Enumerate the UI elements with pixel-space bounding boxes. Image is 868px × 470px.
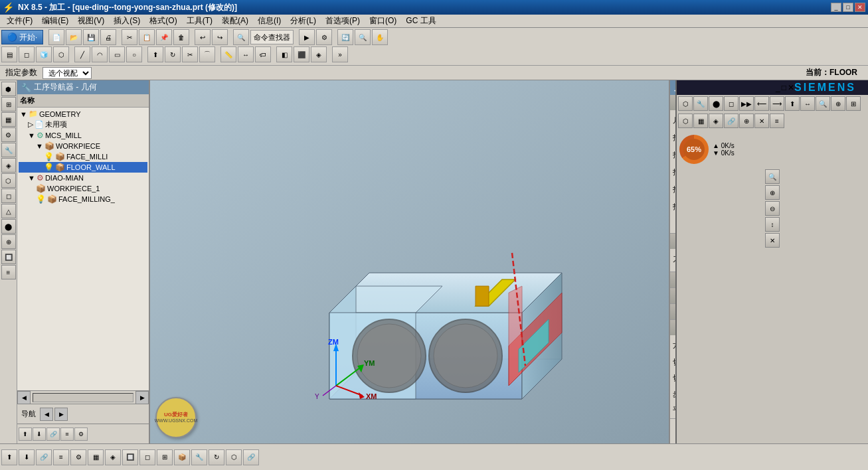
ex-tb18[interactable]: ✕ [754, 114, 769, 128]
extrude-btn[interactable]: ⬆ [147, 46, 163, 62]
left-icon-13[interactable]: ≡ [1, 265, 16, 279]
start-button[interactable]: 🔵 开始· [1, 30, 43, 44]
pan-btn[interactable]: ✋ [372, 29, 388, 45]
nav-left-btn[interactable]: ◀ [40, 408, 53, 421]
tree-item-workpiece1[interactable]: 📦 WORKPIECE_1 [19, 183, 147, 194]
tree-item-geometry[interactable]: ▼ 📁 GEOMETRY [19, 109, 147, 119]
extra-close[interactable]: ✕ [788, 83, 794, 92]
extra-maximize[interactable]: □ [782, 83, 786, 92]
tree-item-diaomian[interactable]: ▼ ⚙ DIAO-MIAN [19, 173, 147, 183]
extra-minimize[interactable]: _ [776, 83, 780, 92]
expand-btn[interactable]: ▶ [299, 29, 315, 45]
maximize-button[interactable]: □ [843, 3, 853, 12]
close-button[interactable]: ✕ [855, 3, 865, 12]
menu-assembly[interactable]: 装配(A) [218, 15, 252, 27]
ex-tb12[interactable]: ⊞ [846, 96, 861, 111]
bt1[interactable]: ⬆ [1, 449, 17, 465]
ex-tb7[interactable]: ⟶ [770, 96, 784, 111]
bt15[interactable]: 🔗 [243, 449, 259, 465]
ex-tb1[interactable]: ⬡ [678, 96, 693, 111]
bt13[interactable]: ↻ [209, 449, 224, 465]
nav-tb4[interactable]: ≡ [60, 428, 74, 441]
menu-window[interactable]: 窗口(O) [365, 15, 400, 27]
zoom-btn[interactable]: 🔍 [355, 29, 371, 45]
front-view-btn[interactable]: ◧ [276, 46, 292, 62]
left-icon-2[interactable]: ⊞ [1, 97, 16, 112]
arc-btn[interactable]: ◠ [92, 46, 108, 62]
left-icon-3[interactable]: ▦ [1, 112, 16, 127]
menu-edit[interactable]: 编辑(E) [38, 15, 72, 27]
command-finder[interactable]: 命令查找器 [250, 30, 294, 44]
fillet-btn[interactable]: ⌒ [199, 46, 215, 62]
undo-btn[interactable]: ↩ [195, 29, 211, 45]
ex-tb16[interactable]: 🔗 [724, 114, 738, 128]
ex-tb5[interactable]: ▶▶ [739, 96, 754, 111]
bt11[interactable]: 📦 [174, 449, 190, 465]
open-btn[interactable]: 📂 [66, 29, 82, 45]
top-view-btn[interactable]: ⬛ [294, 46, 309, 62]
object-btn[interactable]: ◻ [19, 46, 35, 62]
bt6[interactable]: ▦ [88, 449, 104, 465]
settings-btn[interactable]: ⚙ [316, 29, 332, 45]
left-icon-10[interactable]: ⬤ [1, 219, 16, 234]
tree-item-facemilling2[interactable]: 💡 📦 FACE_MILLING_ [19, 194, 147, 204]
isometric-btn[interactable]: ◈ [311, 46, 327, 62]
bt3[interactable]: 🔗 [36, 449, 52, 465]
tree-item-floorwall[interactable]: 💡 📦 FLOOR_WALL [19, 162, 147, 173]
ex-tb3[interactable]: ⬤ [709, 96, 723, 111]
new-file-btn[interactable]: 📄 [48, 29, 64, 45]
ex-vtb2[interactable]: ⊕ [765, 185, 780, 200]
left-icon-1[interactable]: ⬢ [1, 82, 16, 96]
cut-btn[interactable]: ✂ [122, 29, 137, 45]
menu-analysis[interactable]: 分析(L) [286, 15, 320, 27]
bt7[interactable]: ◈ [105, 449, 121, 465]
line-btn[interactable]: ╱ [74, 46, 90, 62]
left-icon-4[interactable]: ⚙ [1, 127, 16, 142]
left-icon-5[interactable]: 🔧 [1, 143, 16, 157]
label-btn[interactable]: 🏷 [255, 46, 271, 62]
ex-tb4[interactable]: ◻ [724, 96, 738, 111]
measure-btn[interactable]: 📏 [220, 46, 236, 62]
circle-btn[interactable]: ○ [126, 46, 142, 62]
menu-tools[interactable]: 工具(T) [183, 15, 217, 27]
save-btn[interactable]: 💾 [83, 29, 99, 45]
left-icon-8[interactable]: ◻ [1, 189, 16, 203]
nav-tb3[interactable]: 🔗 [46, 428, 60, 441]
ex-tb14[interactable]: ▦ [693, 114, 708, 128]
delete-btn[interactable]: 🗑 [173, 29, 189, 45]
viewport[interactable]: ZM YM XM Y UG爱好者 [150, 80, 669, 443]
ex-tb2[interactable]: 🔧 [693, 96, 708, 111]
ex-tb6[interactable]: ⟵ [754, 96, 769, 111]
nav-tb1[interactable]: ⬆ [19, 428, 32, 441]
bt4[interactable]: ≡ [53, 449, 69, 465]
menu-file[interactable]: 文件(F) [3, 15, 37, 27]
ex-tb15[interactable]: ◈ [709, 114, 723, 128]
rect-btn[interactable]: ▭ [109, 46, 125, 62]
menu-gc-tools[interactable]: GC 工具 [402, 15, 440, 27]
paste-btn[interactable]: 📌 [156, 29, 172, 45]
left-icon-12[interactable]: 🔲 [1, 250, 16, 264]
more-btn[interactable]: » [332, 46, 348, 62]
left-icon-11[interactable]: ⊕ [1, 234, 16, 249]
bt9[interactable]: ◻ [139, 449, 155, 465]
nav-tb2[interactable]: ⬇ [33, 428, 46, 441]
menu-info[interactable]: 信息(I) [254, 15, 285, 27]
mesh-btn[interactable]: ⬡ [53, 46, 69, 62]
dimension-btn[interactable]: ↔ [238, 46, 254, 62]
trim-btn[interactable]: ✂ [182, 46, 198, 62]
bt12[interactable]: 🔧 [191, 449, 207, 465]
bt2[interactable]: ⬇ [19, 449, 35, 465]
left-icon-9[interactable]: △ [1, 204, 16, 218]
ex-vtb3[interactable]: ⊖ [765, 201, 780, 216]
layer-btn[interactable]: ▤ [1, 46, 17, 62]
menu-insert[interactable]: 插入(S) [110, 15, 144, 27]
revolve-btn[interactable]: ↻ [165, 46, 181, 62]
tree-item-facemilli[interactable]: 💡 📦 FACE_MILLI [19, 151, 147, 162]
ex-tb13[interactable]: ⬡ [678, 114, 693, 128]
copy-btn[interactable]: 📋 [139, 29, 155, 45]
ex-vtb5[interactable]: ✕ [765, 233, 780, 248]
bt5[interactable]: ⚙ [70, 449, 86, 465]
tree-item-workpiece[interactable]: ▼ 📦 WORKPIECE [19, 141, 147, 151]
left-icon-6[interactable]: ◈ [1, 158, 16, 173]
rotate-btn[interactable]: 🔄 [337, 29, 353, 45]
